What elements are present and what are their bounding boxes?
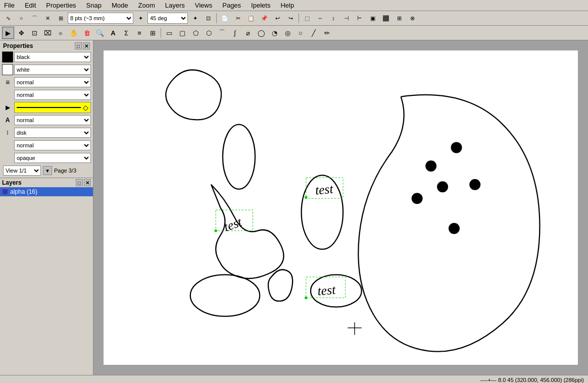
font-row: A normal: [1, 114, 92, 126]
undo[interactable]: ↩: [271, 12, 283, 24]
properties-title: Properties □ ✕: [1, 41, 92, 50]
shear-tool[interactable]: ⌧: [41, 27, 54, 39]
opacity1-icon: ≡: [2, 77, 13, 88]
flip-v[interactable]: ↕: [327, 12, 339, 24]
snap-tool[interactable]: ✦: [134, 12, 146, 24]
svg-point-8: [214, 230, 217, 232]
close-doc[interactable]: ⊗: [406, 12, 418, 24]
circle-tool[interactable]: ○: [15, 12, 27, 24]
rect2-tool[interactable]: ▢: [176, 27, 188, 39]
properties-close-icon[interactable]: ✕: [83, 42, 90, 49]
new-doc[interactable]: 📄: [219, 12, 231, 24]
move-tool[interactable]: ✥: [15, 27, 27, 39]
grid-snap-tool[interactable]: ⊞: [55, 12, 67, 24]
align-tool[interactable]: ≡: [133, 27, 145, 39]
freehand-tool[interactable]: ⌀: [242, 27, 254, 39]
svg-point-18: [449, 223, 460, 234]
layers-close-icon[interactable]: ✕: [84, 179, 91, 186]
cross-tool[interactable]: ✕: [41, 12, 54, 24]
normal-row: normal: [1, 139, 92, 151]
layer-alpha[interactable]: alpha (16): [0, 187, 93, 196]
flip-h[interactable]: ↔: [314, 12, 326, 24]
menu-layers[interactable]: Layers: [163, 1, 187, 10]
select-all[interactable]: ⬚: [301, 12, 313, 24]
menu-file[interactable]: File: [2, 1, 17, 10]
menu-views[interactable]: Views: [193, 1, 214, 10]
grid-tool[interactable]: ⊞: [146, 27, 159, 39]
paste[interactable]: 📌: [258, 12, 270, 24]
menu-mode[interactable]: Mode: [110, 1, 130, 10]
brush-tool[interactable]: ✏: [321, 27, 333, 39]
fill-color-select[interactable]: black: [14, 52, 91, 62]
delete-tool[interactable]: 🗑: [81, 27, 93, 39]
stroke-color-select[interactable]: white: [14, 65, 91, 75]
status-text: ----+--- 8.0 45 (320.000, 456.000) (286p…: [480, 377, 584, 383]
opaque-row: opaque: [1, 152, 92, 164]
curve-tool[interactable]: ∿: [2, 12, 14, 24]
copy[interactable]: 📋: [245, 12, 257, 24]
menu-properties[interactable]: Properties: [44, 1, 78, 10]
transform-tool[interactable]: ⊡: [202, 12, 214, 24]
svg-text:test: test: [315, 181, 334, 197]
normal-select[interactable]: normal: [14, 140, 91, 150]
align-right[interactable]: ⊢: [354, 12, 366, 24]
transform-tool2[interactable]: ⊡: [28, 27, 40, 39]
rect-tool[interactable]: ▭: [163, 27, 175, 39]
view-select[interactable]: View 1/1: [3, 166, 41, 176]
menu-zoom[interactable]: Zoom: [136, 1, 157, 10]
disk-row: ⁞ disk: [1, 127, 92, 139]
opaque-select[interactable]: opaque: [14, 153, 91, 163]
menu-help[interactable]: Help: [278, 1, 296, 10]
view-grid[interactable]: ⊞: [393, 12, 405, 24]
select-tool[interactable]: ▶: [2, 27, 14, 39]
cut[interactable]: ✂: [232, 12, 244, 24]
view-nav-btn[interactable]: ▼: [43, 166, 52, 175]
layers-dock-icon[interactable]: □: [76, 179, 83, 186]
warp-tool[interactable]: ⟐: [55, 27, 67, 39]
stroke-preview[interactable]: ◇: [14, 102, 91, 113]
bezier-tool[interactable]: ∫: [229, 27, 241, 39]
svg-point-5: [305, 196, 307, 199]
properties-dock-icon[interactable]: □: [75, 42, 82, 49]
canvas[interactable]: test test test: [104, 50, 578, 365]
opacity1-select[interactable]: normal: [14, 77, 91, 87]
polygon2-tool[interactable]: ⬡: [203, 27, 215, 39]
dots-icon: ⁞: [2, 127, 13, 138]
snap2-tool[interactable]: ✦: [189, 12, 201, 24]
opacity2-select[interactable]: normal: [14, 90, 91, 100]
pan-tool[interactable]: ✋: [68, 27, 80, 39]
zoom-tool[interactable]: 🔍: [94, 27, 106, 39]
angle-select[interactable]: 45 deg: [148, 13, 188, 24]
menu-edit[interactable]: Edit: [23, 1, 38, 10]
ungroup[interactable]: ⬛: [380, 12, 392, 24]
circle2-tool[interactable]: ◯: [255, 27, 267, 39]
normal-icon: [2, 140, 13, 151]
redo[interactable]: ↪: [284, 12, 297, 24]
stroke-preview-row: ▶ ◇: [1, 101, 92, 114]
arc2-tool[interactable]: ◔: [268, 27, 280, 39]
menu-pages[interactable]: Pages: [220, 1, 243, 10]
menu-ipelets[interactable]: Ipelets: [249, 1, 272, 10]
stroke-size-select[interactable]: 8 pts (~3 mm): [68, 13, 133, 24]
align-left[interactable]: ⊣: [340, 12, 353, 24]
fill-color-swatch[interactable]: [2, 51, 13, 63]
opacity2-row: normal: [1, 89, 92, 101]
canvas-area[interactable]: test test test: [93, 40, 588, 375]
formula-tool[interactable]: Σ: [120, 27, 132, 39]
spiral-tool[interactable]: ◎: [281, 27, 293, 39]
poly-tool[interactable]: ⬠: [189, 27, 202, 39]
line-tool[interactable]: ╱: [308, 27, 320, 39]
arc-tool[interactable]: ⌒: [216, 27, 228, 39]
opacity2-icon: [2, 89, 13, 100]
stroke-color-swatch[interactable]: [2, 64, 13, 75]
text-tool[interactable]: A: [107, 27, 119, 39]
stroke-select-icon: ▶: [2, 102, 13, 113]
svg-point-11: [305, 296, 307, 299]
ellipse-tool[interactable]: ○: [295, 27, 307, 39]
font-select-normal[interactable]: normal: [14, 115, 91, 125]
spline-tool[interactable]: ⌒: [28, 12, 40, 24]
disk-select[interactable]: disk: [14, 128, 91, 138]
group[interactable]: ▣: [367, 12, 379, 24]
menu-snap[interactable]: Snap: [84, 1, 104, 10]
svg-point-15: [437, 181, 448, 192]
